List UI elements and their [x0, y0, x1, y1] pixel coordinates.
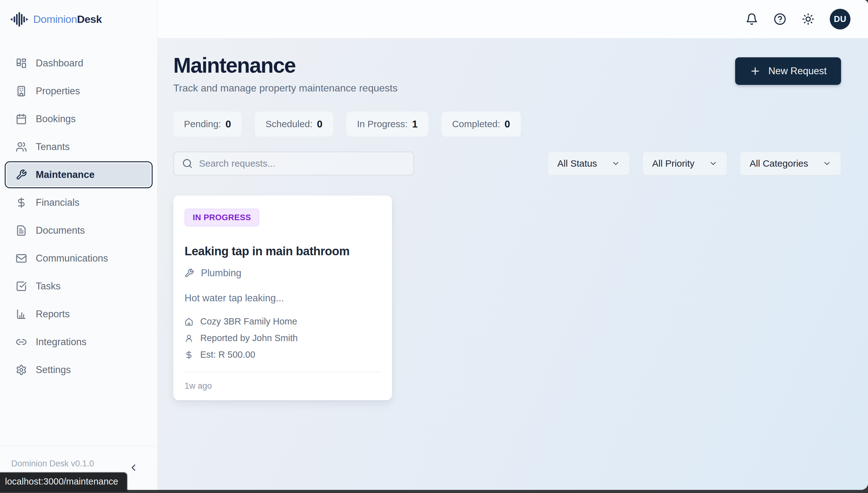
dashboard-grid-icon [16, 58, 27, 69]
request-category: Plumbing [201, 267, 241, 279]
sidebar-item-bookings[interactable]: Bookings [5, 106, 153, 132]
sidebar-item-reports[interactable]: Reports [5, 301, 153, 328]
user-avatar[interactable]: DU [830, 9, 850, 29]
search-icon [182, 158, 193, 169]
maintenance-request-card[interactable]: IN PROGRESS Leaking tap in main bathroom… [173, 195, 392, 400]
sidebar-item-label: Maintenance [36, 169, 94, 180]
app-window: DominionDesk Dashboard Properties Bookin… [0, 0, 868, 490]
request-estimate-row: Est: R 500.00 [185, 349, 381, 360]
status-badge: IN PROGRESS [185, 209, 259, 227]
sidebar-item-label: Properties [36, 86, 80, 97]
plus-icon [749, 65, 761, 77]
stat-value: 0 [225, 119, 231, 130]
wrench-icon [185, 269, 194, 278]
notifications-button[interactable] [738, 8, 766, 30]
calendar-icon [16, 113, 27, 125]
categories-filter-dropdown[interactable]: All Categories [740, 152, 841, 175]
theme-toggle-button[interactable] [794, 8, 822, 30]
new-request-button[interactable]: New Request [735, 57, 841, 85]
request-estimate: Est: R 500.00 [200, 349, 255, 360]
stat-label: Pending: [184, 119, 221, 129]
status-summary-row: Pending: 0 Scheduled: 0 In Progress: 1 C… [173, 111, 841, 136]
person-icon [185, 334, 193, 343]
priority-filter-dropdown[interactable]: All Priority [642, 152, 727, 175]
sidebar-nav: Dashboard Properties Bookings Tenants Ma… [0, 39, 157, 446]
status-filter-dropdown[interactable]: All Status [547, 152, 630, 175]
sidebar-item-properties[interactable]: Properties [5, 78, 153, 105]
sidebar-item-communications[interactable]: Communications [5, 245, 153, 272]
chevron-down-icon [611, 159, 620, 168]
page-subtitle: Track and manage property maintenance re… [173, 82, 398, 94]
page-content: Maintenance Track and manage property ma… [157, 39, 868, 490]
sidebar-item-tenants[interactable]: Tenants [5, 133, 153, 160]
stat-chip-scheduled: Scheduled: 0 [255, 111, 333, 136]
link-icon [16, 336, 27, 348]
chevron-down-icon [823, 159, 831, 168]
file-text-icon [16, 225, 27, 236]
dropdown-label: All Priority [652, 158, 694, 169]
help-button[interactable] [766, 8, 794, 30]
help-circle-icon [774, 13, 786, 25]
search-input[interactable] [199, 158, 405, 169]
stat-chip-completed: Completed: 0 [442, 111, 521, 136]
bell-icon [745, 13, 758, 25]
wrench-icon [16, 169, 27, 180]
sun-icon [802, 13, 814, 25]
stat-value: 0 [505, 119, 510, 130]
mail-icon [16, 253, 27, 264]
brand-name-secondary: Desk [77, 13, 102, 25]
sidebar-item-maintenance[interactable]: Maintenance [5, 161, 153, 188]
sidebar-item-tasks[interactable]: Tasks [5, 273, 153, 300]
card-divider [185, 372, 381, 372]
sidebar-item-label: Tasks [36, 281, 61, 292]
sidebar-item-label: Documents [36, 225, 85, 236]
chevron-down-icon [709, 159, 718, 168]
page-header: Maintenance Track and manage property ma… [173, 53, 841, 94]
stat-label: Completed: [452, 119, 500, 129]
request-property: Cozy 3BR Family Home [200, 316, 297, 327]
sidebar-collapse-button[interactable] [126, 460, 141, 475]
brand-name: DominionDesk [33, 13, 102, 25]
dropdown-label: All Categories [749, 158, 808, 169]
sidebar-item-label: Financials [36, 197, 80, 208]
brand-logo[interactable]: DominionDesk [0, 0, 157, 39]
brand-logo-icon [9, 10, 29, 29]
sidebar-item-settings[interactable]: Settings [5, 357, 153, 383]
sidebar-item-label: Integrations [36, 336, 86, 348]
topbar: DU [157, 0, 868, 39]
request-property-row: Cozy 3BR Family Home [185, 316, 381, 327]
search-box[interactable] [173, 152, 414, 175]
dollar-icon [16, 197, 27, 208]
stat-chip-pending: Pending: 0 [173, 111, 241, 136]
sidebar-item-documents[interactable]: Documents [5, 217, 153, 244]
filter-row: All Status All Priority All Categories [173, 152, 841, 175]
stat-label: Scheduled: [266, 119, 312, 129]
house-icon [185, 317, 193, 326]
sidebar-item-label: Bookings [36, 113, 76, 125]
sidebar-item-label: Tenants [36, 141, 70, 152]
stat-value: 1 [412, 119, 418, 130]
sidebar-item-label: Communications [36, 253, 108, 264]
dollar-icon [185, 350, 193, 359]
check-square-icon [16, 281, 27, 292]
request-reporter-row: Reported by John Smith [185, 333, 381, 343]
stat-label: In Progress: [357, 119, 408, 129]
sidebar-item-financials[interactable]: Financials [5, 189, 153, 216]
gear-icon [16, 364, 27, 376]
sidebar-item-label: Settings [36, 364, 71, 376]
bar-chart-icon [16, 308, 27, 320]
page-title: Maintenance [173, 53, 398, 77]
request-details: Cozy 3BR Family Home Reported by John Sm… [185, 316, 381, 360]
users-icon [16, 141, 27, 152]
browser-status-url: localhost:3000/maintenance [0, 473, 127, 491]
request-category-row: Plumbing [185, 267, 381, 279]
brand-name-primary: Dominion [33, 13, 77, 25]
sidebar-item-label: Reports [36, 308, 70, 320]
sidebar-item-integrations[interactable]: Integrations [5, 328, 153, 356]
request-time-ago: 1w ago [185, 381, 381, 391]
sidebar-item-dashboard[interactable]: Dashboard [5, 50, 153, 77]
new-request-label: New Request [768, 65, 827, 77]
dropdown-label: All Status [557, 158, 597, 169]
main-column: DU Maintenance Track and manage property… [157, 0, 868, 490]
sidebar-item-label: Dashboard [36, 58, 83, 69]
